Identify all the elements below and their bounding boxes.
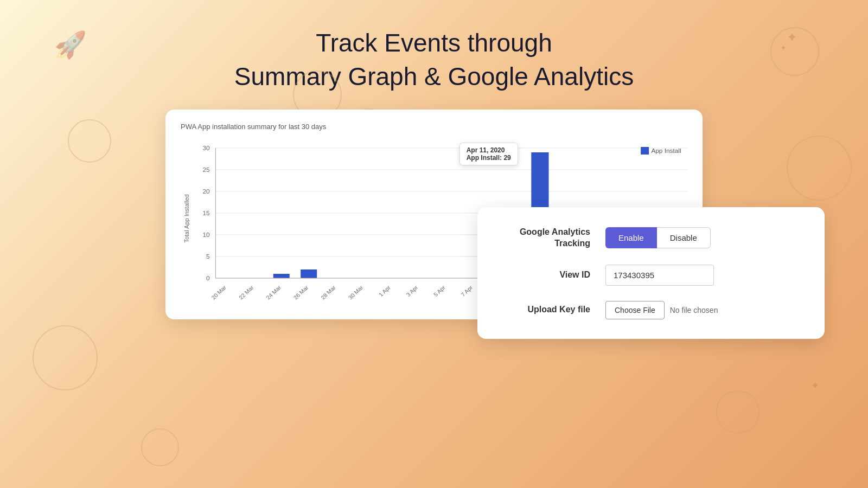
tracking-label: Google Analytics Tracking bbox=[503, 227, 590, 249]
svg-text:25: 25 bbox=[203, 167, 210, 174]
choose-file-button[interactable]: Choose File bbox=[605, 301, 665, 319]
view-id-input[interactable] bbox=[605, 265, 714, 286]
view-id-label: View ID bbox=[503, 269, 590, 281]
chart-title: PWA App installation summary for last 30… bbox=[181, 123, 687, 131]
svg-text:15: 15 bbox=[203, 210, 210, 217]
svg-text:5 Apr: 5 Apr bbox=[432, 285, 446, 298]
circle-deco-3 bbox=[141, 428, 179, 466]
bar-2 bbox=[273, 274, 290, 278]
svg-text:20 Mar: 20 Mar bbox=[210, 285, 228, 300]
svg-text:Total App Installed: Total App Installed bbox=[183, 195, 190, 243]
circle-deco-8 bbox=[716, 390, 760, 434]
page-title: Track Events through Summary Graph & Goo… bbox=[0, 26, 868, 93]
svg-text:22 Mar: 22 Mar bbox=[238, 285, 255, 300]
svg-text:10: 10 bbox=[203, 232, 210, 239]
file-input-wrapper: Choose File No file chosen bbox=[605, 301, 718, 319]
svg-text:28 Mar: 28 Mar bbox=[320, 285, 337, 300]
legend-label: App Install bbox=[651, 148, 681, 155]
view-id-row: View ID bbox=[503, 265, 799, 286]
chart-tooltip: Apr 11, 2020 App Install: 29 bbox=[459, 143, 518, 165]
circle-deco-2 bbox=[33, 325, 98, 390]
svg-text:1 Apr: 1 Apr bbox=[378, 285, 392, 298]
no-file-text: No file chosen bbox=[670, 306, 718, 314]
upload-row: Upload Key file Choose File No file chos… bbox=[503, 301, 799, 319]
svg-text:30 Mar: 30 Mar bbox=[347, 285, 365, 300]
enable-button[interactable]: Enable bbox=[605, 227, 657, 248]
toggle-group: Enable Disable bbox=[605, 227, 711, 248]
rocket-decoration: 🚀 bbox=[54, 30, 87, 60]
svg-text:3 Apr: 3 Apr bbox=[405, 285, 419, 298]
svg-text:20: 20 bbox=[203, 189, 210, 195]
svg-text:30: 30 bbox=[203, 145, 210, 152]
svg-text:26 Mar: 26 Mar bbox=[292, 285, 310, 300]
svg-text:5: 5 bbox=[206, 254, 210, 260]
legend-color bbox=[641, 147, 649, 155]
analytics-card: Google Analytics Tracking Enable Disable… bbox=[477, 207, 825, 339]
content-area: PWA App installation summary for last 30… bbox=[0, 110, 868, 319]
svg-text:7 Apr: 7 Apr bbox=[460, 285, 474, 298]
tooltip-value: App Install: 29 bbox=[467, 154, 511, 162]
star-deco-1: ✦ bbox=[787, 30, 797, 45]
svg-text:24 Mar: 24 Mar bbox=[265, 285, 283, 300]
bar-3 bbox=[301, 269, 317, 278]
star-deco-3: ✦ bbox=[811, 380, 819, 391]
tooltip-date: Apr 11, 2020 bbox=[467, 146, 511, 154]
svg-text:0: 0 bbox=[206, 275, 210, 282]
upload-label: Upload Key file bbox=[503, 304, 590, 316]
star-deco-2: ✦ bbox=[780, 43, 787, 52]
page-title-section: Track Events through Summary Graph & Goo… bbox=[0, 0, 868, 110]
tracking-row: Google Analytics Tracking Enable Disable bbox=[503, 227, 799, 249]
disable-button[interactable]: Disable bbox=[657, 227, 711, 248]
